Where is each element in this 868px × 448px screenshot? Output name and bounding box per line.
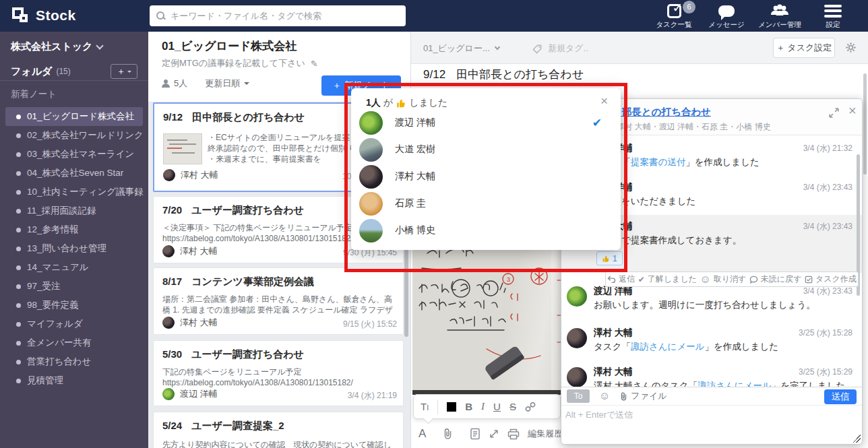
sidebar-folder-02[interactable]: 02_株式会社ワールドリンク [0,126,148,145]
sidebar-folder-97[interactable]: 97_受注 [0,277,148,296]
sidebar-folder-01[interactable]: 01_ビッグロード株式会社 [5,107,143,126]
tag-icon [532,44,542,54]
chat-expand-icon[interactable] [828,107,840,119]
caret-down-icon [127,71,131,75]
chat-close-icon[interactable]: × [848,103,857,119]
reaction-user-row[interactable]: 渡辺 洋輔 ✔ [359,109,613,136]
bullet-icon [16,115,21,119]
nav-task-list[interactable]: 6 タスク一覧 [647,3,701,30]
note-list-scrollbar[interactable] [404,249,408,337]
strikethrough-button[interactable]: S [509,401,516,412]
stock-logo-icon [11,6,30,25]
avatar [162,317,175,329]
send-button[interactable]: 送信 [824,389,857,404]
task-list-icon [667,4,681,18]
thumbs-up-icon [602,255,610,263]
reaction-user-row[interactable]: 小橋 博史 [359,217,613,244]
note-card-3[interactable]: 8/17コンテンツ事業部定例会議 場所：第二会議室 参加者：田中さん、島野さん、… [153,267,404,335]
sidebar-folder-14[interactable]: 14_マニュアル [0,258,148,277]
sidebar-folder-10[interactable]: 10_社内ミーティング議事録 [0,183,148,201]
reply-action[interactable]: 返信 [607,274,635,285]
avatar [359,165,383,189]
italic-button[interactable]: I [481,401,485,412]
app-logo-text: Stock [36,7,76,24]
sidebar-folder-sales[interactable]: 営業打ち合わせ [0,352,148,371]
reaction-users-modal: 1人 が しました × 渡辺 洋輔 ✔ 大道 宏樹 澤村 大輔 石原 圭 小橋 [351,88,621,250]
note-view-scrollbar[interactable] [863,73,867,174]
bullet-icon [16,265,21,270]
bullet-icon [16,190,21,195]
bullet-icon [16,341,21,346]
search-icon [156,11,165,20]
mark-unread-action[interactable]: 未読に戻す [749,274,802,285]
note-card-4[interactable]: 5/30ユーザー調査打ち合わせ 下記の特集ページをリニューアル予定 https:… [153,340,404,406]
reaction-user-row[interactable]: 石原 圭 [359,190,613,217]
app-logo[interactable]: Stock [11,6,76,25]
chevron-down-icon [495,44,500,50]
nav-messages[interactable]: メッセージ [700,3,753,30]
attachment-icon[interactable] [442,428,454,440]
add-folder-button[interactable]: ＋ [111,64,137,79]
bold-button[interactable]: B [465,401,472,412]
remove-reaction-action[interactable]: ☺取り消す [700,274,746,286]
members-count[interactable]: 5人 [174,77,187,90]
note-folder-select[interactable]: 01_ビッグロー... [423,42,499,55]
nav-members[interactable]: メンバー管理 [753,3,807,30]
note-gear-icon[interactable] [845,42,857,56]
task-link[interactable]: 提案書の送付 [631,157,685,167]
edit-pencil-icon[interactable]: ✎ [311,59,318,69]
note-card-5[interactable]: 5/24ユーザー調査提案_2 先方より契約内容についての確認 現状の契約について… [153,412,404,448]
sidebar-folder-estimates[interactable]: 見積管理 [0,371,148,390]
bullet-icon [16,360,21,364]
thumbs-up-reaction-chip[interactable]: 1 [596,251,623,265]
sidebar-folder-all-members[interactable]: 全メンバー共有 [0,333,148,352]
sidebar-folder-11[interactable]: 11_採用面談記録 [0,201,148,220]
chat-message-input[interactable]: Alt + Enterで送信 [565,409,633,421]
divider [437,399,438,414]
reaction-user-row[interactable]: 澤村 大輔 [359,163,613,190]
new-notes-link[interactable]: 新着ノート [11,88,57,100]
underline-button[interactable]: U [493,401,501,412]
chat-message-5[interactable]: 澤村 大輔 3/25 (水) 15:28 タスク「諏訪さんにメール」を作成しまし… [561,327,862,360]
acknowledge-action[interactable]: ✔了解しました [638,274,697,285]
edit-history-button[interactable]: 編集履歴 [528,428,563,440]
sort-caret-icon [244,82,249,88]
team-selector[interactable]: 株式会社ストック [11,40,102,53]
create-task-action[interactable]: タスク作成 [805,274,857,285]
thumbs-up-icon [396,98,406,108]
avatar [359,219,383,243]
task-link[interactable]: 諏訪さんにメール [631,342,705,352]
template-icon[interactable] [470,428,480,440]
bullet-icon [16,247,21,251]
to-mention-button[interactable]: To [567,389,590,403]
reaction-user-row[interactable]: 大道 宏樹 [359,136,613,163]
font-button[interactable]: A [418,427,426,441]
sidebar-folder-98[interactable]: 98_要件定義 [0,296,148,315]
text-color-swatch[interactable] [447,402,456,412]
avatar [162,245,175,257]
sidebar-folder-03[interactable]: 03_株式会社マネーライン [0,145,148,164]
sidebar-folder-04[interactable]: 04_株式会社Seven Star [0,164,148,183]
chat-message-4[interactable]: 渡辺 洋輔 3/4 (水) 23:43 お願いします。週明けに一度打ち合わせしま… [561,285,862,319]
chevron-down-icon [96,42,104,49]
sidebar-folder-my[interactable]: マイフォルダ [0,315,148,333]
svg-text:3: 3 [507,276,510,283]
print-icon[interactable] [507,428,520,440]
emoji-icon[interactable]: ☺ [599,390,610,402]
link-icon[interactable] [525,402,536,412]
global-search-input[interactable]: キーワード・ファイル名・タグで検索 [150,5,406,26]
nav-settings[interactable]: 設定 [806,3,860,30]
sort-selector[interactable]: 更新日順 [205,77,240,90]
sidebar-folder-13[interactable]: 13_問い合わせ管理 [0,239,148,258]
attach-file-button[interactable]: ファイル [619,390,666,402]
resize-handle[interactable] [852,435,861,443]
folder-title: 01_ビッグロード株式会社 [162,38,297,54]
sidebar-folder-12[interactable]: 12_参考情報 [0,220,148,239]
modal-close-icon[interactable]: × [600,94,608,108]
avatar [359,138,383,162]
new-tag-input[interactable]: 新規タグ.. [532,42,588,55]
task-setting-button[interactable]: ＋ タスク設定 [773,38,835,58]
expand-icon[interactable] [489,428,499,439]
text-style-icon[interactable]: TI [421,401,429,412]
bullet-icon [16,133,21,138]
